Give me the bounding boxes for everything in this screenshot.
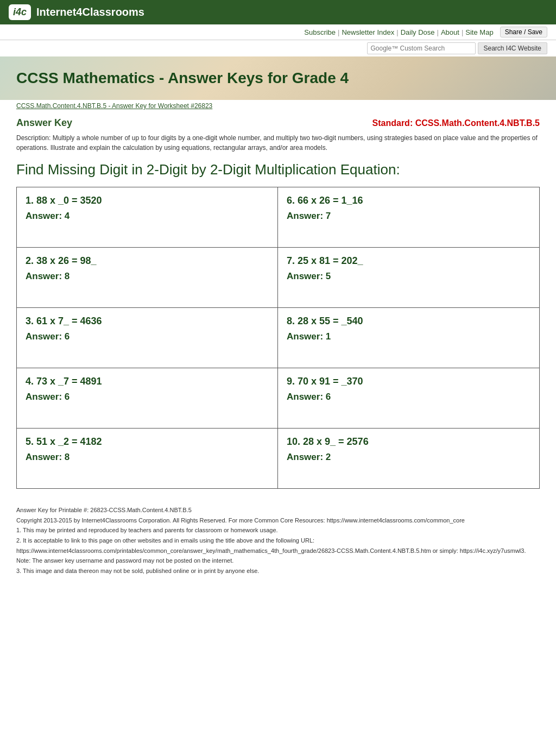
- logo-area: i4c Internet4Classrooms: [9, 4, 144, 20]
- problem-answer-5-left: Answer: 8: [26, 452, 269, 463]
- problem-equation-1-left: 1. 88 x _0 = 3520: [26, 195, 269, 206]
- problem-row: 2. 38 x 26 = 98_Answer: 87. 25 x 81 = 20…: [17, 248, 539, 308]
- problem-cell-right-2: 7. 25 x 81 = 202_Answer: 5: [278, 248, 539, 307]
- worksheet-title: Find Missing Digit in 2-Digit by 2-Digit…: [16, 161, 540, 178]
- logo-icon: i4c: [9, 4, 31, 20]
- problem-answer-4-right: Answer: 6: [287, 392, 530, 402]
- hero-banner: CCSS Mathematics - Answer Keys for Grade…: [0, 56, 556, 100]
- standard-prefix: Standard:: [372, 118, 415, 128]
- problem-answer-4-left: Answer: 6: [26, 392, 269, 402]
- problem-equation-1-right: 6. 66 x 26 = 1_16: [287, 195, 530, 206]
- problem-answer-3-left: Answer: 6: [26, 331, 269, 342]
- answer-key-header: Answer Key Standard: CCSS.Math.Content.4…: [16, 117, 540, 129]
- problem-answer-1-left: Answer: 4: [26, 211, 269, 222]
- problem-equation-4-left: 4. 73 x _7 = 4891: [26, 376, 269, 387]
- nav-daily-dose[interactable]: Daily Dose: [401, 28, 435, 36]
- nav-subscribe[interactable]: Subscribe: [304, 28, 336, 36]
- navbar: Subscribe | Newsletter Index | Daily Dos…: [0, 24, 556, 40]
- header: i4c Internet4Classrooms: [0, 0, 556, 24]
- problem-cell-left-4: 4. 73 x _7 = 4891Answer: 6: [17, 368, 278, 428]
- problem-row: 5. 51 x _2 = 4182Answer: 810. 28 x 9_ = …: [17, 429, 539, 488]
- problem-cell-left-3: 3. 61 x 7_ = 4636Answer: 6: [17, 308, 278, 368]
- standard-value: CCSS.Math.Content.4.NBT.B.5: [415, 118, 540, 128]
- footer: Answer Key for Printable #: 26823-CCSS.M…: [0, 500, 556, 582]
- standard-label: Standard: CCSS.Math.Content.4.NBT.B.5: [372, 118, 540, 128]
- description: Description: Multiply a whole number of …: [16, 133, 540, 153]
- problem-row: 4. 73 x _7 = 4891Answer: 69. 70 x 91 = _…: [17, 368, 539, 429]
- problem-cell-left-2: 2. 38 x 26 = 98_Answer: 8: [17, 248, 278, 307]
- problem-equation-3-right: 8. 28 x 55 = _540: [287, 316, 530, 327]
- answer-key-label: Answer Key: [16, 117, 72, 129]
- search-input[interactable]: [367, 42, 476, 54]
- problem-equation-2-right: 7. 25 x 81 = 202_: [287, 255, 530, 267]
- problem-answer-2-right: Answer: 5: [287, 271, 530, 282]
- problem-cell-left-5: 5. 51 x _2 = 4182Answer: 8: [17, 429, 278, 488]
- nav-links: Subscribe | Newsletter Index | Daily Dos…: [304, 27, 547, 37]
- problem-answer-1-right: Answer: 7: [287, 211, 530, 222]
- search-bar: Search I4C Website: [0, 40, 556, 56]
- problem-answer-3-right: Answer: 1: [287, 331, 530, 342]
- footer-line3: 1. This may be printed and reproduced by…: [16, 525, 540, 536]
- problem-equation-4-right: 9. 70 x 91 = _370: [287, 376, 530, 387]
- problem-row: 1. 88 x _0 = 3520Answer: 46. 66 x 26 = 1…: [17, 187, 539, 248]
- search-button[interactable]: Search I4C Website: [478, 42, 548, 54]
- problem-row: 3. 61 x 7_ = 4636Answer: 68. 28 x 55 = _…: [17, 308, 539, 368]
- problem-cell-left-1: 1. 88 x _0 = 3520Answer: 4: [17, 187, 278, 247]
- breadcrumb[interactable]: CCSS.Math.Content.4.NBT.B.5 - Answer Key…: [0, 100, 556, 112]
- nav-newsletter[interactable]: Newsletter Index: [342, 28, 394, 36]
- problem-answer-2-left: Answer: 8: [26, 271, 269, 282]
- nav-about[interactable]: About: [441, 28, 459, 36]
- problem-cell-right-1: 6. 66 x 26 = 1_16Answer: 7: [278, 187, 539, 247]
- problem-cell-right-3: 8. 28 x 55 = _540Answer: 1: [278, 308, 539, 368]
- problem-equation-5-right: 10. 28 x 9_ = 2576: [287, 436, 530, 448]
- problem-cell-right-5: 10. 28 x 9_ = 2576Answer: 2: [278, 429, 539, 488]
- problem-equation-2-left: 2. 38 x 26 = 98_: [26, 255, 269, 267]
- site-title: Internet4Classrooms: [36, 6, 144, 18]
- page-title: CCSS Mathematics - Answer Keys for Grade…: [16, 70, 349, 87]
- footer-line1: Answer Key for Printable #: 26823-CCSS.M…: [16, 505, 540, 515]
- problems-grid: 1. 88 x _0 = 3520Answer: 46. 66 x 26 = 1…: [16, 187, 540, 489]
- footer-line5: https://www.internet4classrooms.com/prin…: [16, 546, 540, 566]
- problem-answer-5-right: Answer: 2: [287, 452, 530, 463]
- problem-cell-right-4: 9. 70 x 91 = _370Answer: 6: [278, 368, 539, 428]
- problem-equation-5-left: 5. 51 x _2 = 4182: [26, 436, 269, 448]
- footer-line4: 2. It is acceptable to link to this page…: [16, 536, 540, 546]
- footer-line2: Copyright 2013-2015 by Internet4Classroo…: [16, 515, 540, 526]
- share-save-button[interactable]: Share / Save: [500, 27, 547, 37]
- nav-sitemap[interactable]: Site Map: [465, 28, 493, 36]
- footer-line6: 3. This image and data thereon may not b…: [16, 566, 540, 576]
- content: Answer Key Standard: CCSS.Math.Content.4…: [0, 112, 556, 500]
- problem-equation-3-left: 3. 61 x 7_ = 4636: [26, 316, 269, 327]
